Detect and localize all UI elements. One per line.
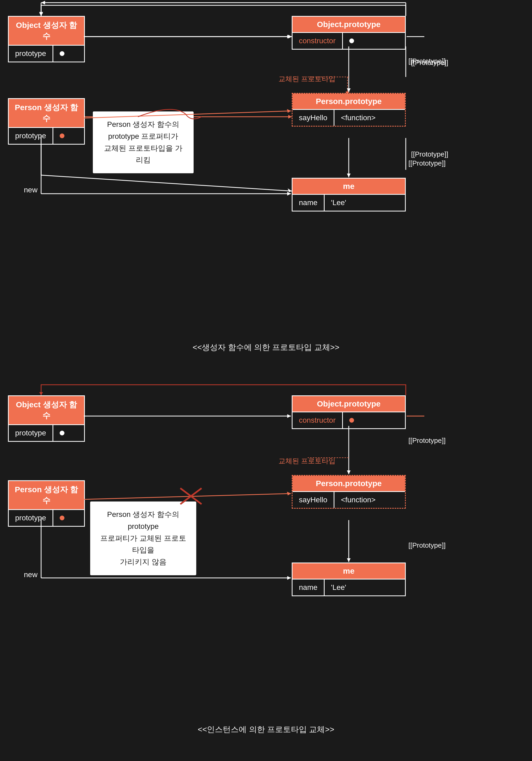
svg-marker-15 <box>41 1 45 5</box>
svg-marker-28 <box>347 174 350 177</box>
me-name-label-2: name <box>293 579 324 595</box>
person-prototype-box-2: Person.prototype sayHello <function> <box>292 475 406 509</box>
person-constructor-header-1: Person 생성자 함수 <box>9 99 84 127</box>
person-prototype-header-1: Person.prototype <box>293 94 405 109</box>
svg-marker-31 <box>287 192 291 196</box>
svg-line-10 <box>41 175 292 191</box>
svg-marker-26 <box>287 109 291 113</box>
person-prototype-box-1: Person.prototype sayHello <function> <box>292 93 406 127</box>
svg-text:[[Prototype]]: [[Prototype]] <box>411 150 448 158</box>
object-prototype-constructor-label-2: constructor <box>293 412 342 428</box>
svg-marker-20 <box>287 35 291 38</box>
object-prototype-constructor-dot-2 <box>342 412 360 428</box>
new-label-1: new <box>24 186 37 194</box>
svg-marker-44 <box>347 558 350 562</box>
svg-marker-7 <box>288 115 292 119</box>
object-prototype-constructor-dot-1 <box>342 33 360 49</box>
svg-marker-3 <box>288 35 292 38</box>
object-prototype-box-2: Object.prototype constructor <box>292 395 406 429</box>
person-prototype-sayhello-value-1: <function> <box>334 110 382 126</box>
object-prototype-header-2: Object.prototype <box>293 396 405 412</box>
svg-marker-23 <box>347 88 350 92</box>
prototype-label-1: [[Prototype]] <box>408 57 446 65</box>
me-name-value-1: 'Lee' <box>324 195 352 211</box>
me-box-1: me name 'Lee' <box>292 178 406 211</box>
object-constructor-box-2: Object 생성자 함수 prototype <box>8 395 85 442</box>
me-header-1: me <box>293 179 405 194</box>
person-prototype-sayhello-value-2: <function> <box>334 492 382 508</box>
note-text-2: Person 생성자 함수의 prototype 프로퍼티가 교체된 프로토타입… <box>100 510 186 566</box>
person-constructor-prototype-dot-2 <box>53 510 71 526</box>
prototype-label-4: [[Prototype]] <box>408 541 446 550</box>
diagram1-title: <<생성자 함수에 의한 프로토타입 교체>> <box>0 342 532 353</box>
object-constructor-prototype-dot-2 <box>53 425 71 441</box>
me-name-value-2: 'Lee' <box>324 579 352 595</box>
svg-marker-1 <box>39 12 43 16</box>
object-constructor-header-1: Object 생성자 함수 <box>9 17 84 45</box>
object-constructor-box-1: Object 생성자 함수 prototype <box>8 16 85 62</box>
object-prototype-box-1: Object.prototype constructor <box>292 16 406 50</box>
diagram2-title: <<인스턴스에 의한 프로토타입 교체>> <box>0 724 532 735</box>
svg-line-39 <box>84 494 291 499</box>
object-constructor-prototype-label-2: prototype <box>9 425 53 441</box>
person-constructor-prototype-dot-1 <box>53 128 71 144</box>
svg-marker-47 <box>287 576 291 580</box>
object-constructor-prototype-dot-1 <box>53 46 71 62</box>
me-box-2: me name 'Lee' <box>292 562 406 596</box>
svg-marker-18 <box>39 13 43 16</box>
prototype-label-3: [[Prototype]] <box>408 437 446 445</box>
person-constructor-header-2: Person 생성자 함수 <box>9 481 84 509</box>
replaced-prototype-label-2: 교체된 프로토타입 <box>279 456 336 466</box>
svg-marker-34 <box>287 414 291 418</box>
me-header-2: me <box>293 563 405 579</box>
me-name-label-1: name <box>293 195 324 211</box>
svg-marker-32 <box>39 392 43 395</box>
person-constructor-box-2: Person 생성자 함수 prototype <box>8 480 85 527</box>
person-constructor-prototype-label-2: prototype <box>9 510 53 526</box>
note-box-1: Person 생성자 함수의 prototype 프로퍼티가 교체된 프로토타입… <box>93 111 193 173</box>
svg-marker-40 <box>287 492 291 496</box>
object-constructor-prototype-label-1: prototype <box>9 46 53 62</box>
replaced-prototype-label-1: 교체된 프로토타입 <box>279 74 336 84</box>
person-constructor-box-1: Person 생성자 함수 prototype <box>8 98 85 145</box>
svg-marker-37 <box>347 470 350 474</box>
object-prototype-constructor-label-1: constructor <box>293 33 342 49</box>
object-prototype-header-1: Object.prototype <box>293 17 405 32</box>
svg-marker-11 <box>288 188 292 192</box>
note-text-1: Person 생성자 함수의 prototype 프로퍼티가 교체된 프로토타입… <box>104 120 183 164</box>
person-constructor-prototype-label-1: prototype <box>9 128 53 144</box>
prototype-label-2: [[Prototype]] <box>408 159 446 167</box>
new-label-2: new <box>24 570 37 579</box>
person-prototype-header-2: Person.prototype <box>293 476 405 491</box>
note-box-2: Person 생성자 함수의 prototype 프로퍼티가 교체된 프로토타입… <box>90 501 196 575</box>
person-prototype-sayhello-label-1: sayHello <box>293 110 334 126</box>
object-constructor-header-2: Object 생성자 함수 <box>9 396 84 424</box>
person-prototype-sayhello-label-2: sayHello <box>293 492 334 508</box>
